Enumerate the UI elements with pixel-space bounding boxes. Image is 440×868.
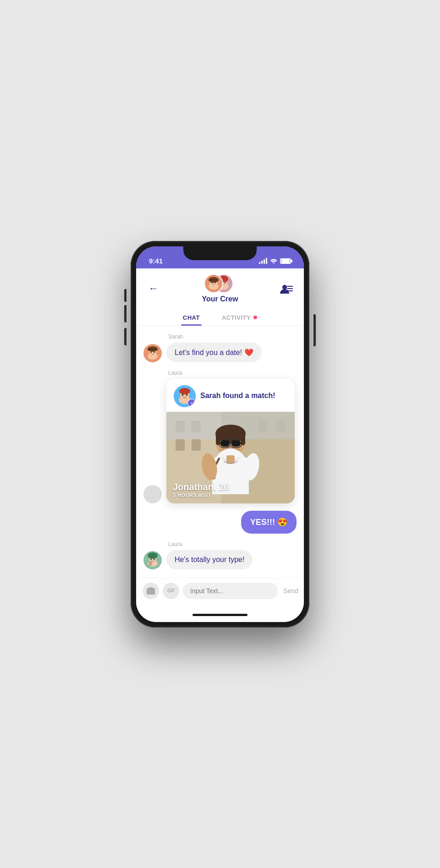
match-time: 3 HOURS AGO: [173, 492, 229, 498]
svg-point-2: [209, 283, 219, 289]
chat-area[interactable]: Sarah: [136, 326, 304, 578]
message-row-laura-text: He's totally your type!: [143, 550, 297, 569]
svg-point-59: [150, 558, 152, 560]
crew-title: Your Crew: [202, 295, 238, 303]
send-button[interactable]: Send: [281, 587, 300, 595]
home-bar: [192, 614, 248, 616]
svg-point-19: [148, 353, 158, 360]
message-bubble-own: YES!!! 😍: [241, 511, 297, 534]
header-top: ←: [145, 274, 295, 303]
header: ←: [136, 268, 304, 326]
match-check-icon: ✓: [187, 399, 196, 407]
home-indicator: [136, 608, 304, 622]
phone-frame: 9:41: [131, 241, 309, 628]
sender-label-sarah: Sarah: [168, 333, 297, 340]
camera-button[interactable]: [143, 583, 159, 599]
svg-rect-45: [220, 440, 230, 447]
svg-rect-54: [226, 455, 235, 464]
message-bubble-laura-text: He's totally your type!: [166, 550, 253, 569]
volume-down-button: [124, 328, 126, 345]
svg-point-58: [148, 552, 158, 559]
tab-activity[interactable]: ACTIVITY: [220, 311, 259, 326]
avatar-laura-chat2: [143, 551, 162, 569]
avatar-sarah: [205, 275, 222, 292]
header-center: Your Crew: [202, 274, 238, 303]
sender-label-laura: Laura: [168, 370, 297, 376]
svg-point-28: [182, 394, 184, 396]
svg-point-13: [282, 285, 287, 289]
svg-point-27: [179, 388, 190, 394]
match-card-header: ✓ Sarah found a match!: [166, 379, 295, 412]
text-input[interactable]: [183, 583, 278, 599]
back-arrow-icon: ←: [148, 283, 159, 295]
contacts-button[interactable]: [278, 280, 295, 297]
phone-screen: 9:41: [136, 246, 304, 622]
match-card-title: Sarah found a match!: [200, 391, 275, 401]
svg-rect-46: [231, 440, 241, 447]
tabs: CHAT ACTIVITY: [145, 307, 295, 326]
message-group-laura-text: Laura: [143, 541, 297, 569]
svg-rect-4: [209, 279, 219, 281]
match-card[interactable]: ✓ Sarah found a match!: [166, 379, 295, 503]
svg-point-12: [225, 282, 226, 283]
match-photo: Jonathan, 26 3 HOURS AGO: [166, 412, 295, 503]
input-bar: GIF Send: [136, 578, 304, 608]
message-group-own: YES!!! 😍: [143, 511, 297, 534]
svg-point-5: [211, 282, 213, 283]
svg-point-60: [154, 558, 155, 560]
activity-notification-dot: [253, 316, 257, 319]
crew-avatar-1: [204, 274, 223, 293]
sender-label-laura2: Laura: [168, 541, 297, 547]
message-group-laura-match: Laura: [143, 370, 297, 503]
svg-rect-35: [176, 439, 185, 451]
mute-button: [124, 289, 126, 302]
signal-icon: [259, 258, 267, 264]
notch: [183, 246, 257, 260]
gif-button[interactable]: GIF: [163, 583, 179, 599]
message-bubble-sarah: Let's find you a date! ❤️: [166, 343, 262, 362]
match-person-name: Jonathan, 26: [173, 482, 229, 492]
svg-point-6: [214, 282, 216, 283]
svg-rect-36: [192, 439, 201, 451]
avatar-sarah-chat: [143, 344, 162, 362]
message-row-sarah: Let's find you a date! ❤️: [143, 343, 297, 362]
match-avatar-sarah: ✓: [174, 385, 196, 407]
status-icons: [259, 257, 291, 265]
svg-rect-61: [149, 561, 152, 566]
svg-point-29: [186, 394, 188, 396]
battery-icon: [280, 258, 291, 264]
message-row-laura-match: ✓ Sarah found a match!: [143, 379, 297, 503]
svg-point-22: [150, 351, 152, 353]
crew-avatars: [204, 274, 236, 293]
tab-chat[interactable]: CHAT: [181, 311, 202, 326]
volume-up-button: [124, 305, 126, 322]
message-group-sarah: Sarah: [143, 333, 297, 362]
svg-point-23: [154, 351, 155, 353]
gif-label: GIF: [167, 588, 175, 593]
svg-rect-21: [148, 348, 158, 350]
status-time: 9:41: [149, 257, 163, 265]
avatar-laura-chat: [143, 485, 162, 503]
power-button: [314, 314, 316, 346]
wifi-icon: [270, 257, 277, 265]
match-photo-info: Jonathan, 26 3 HOURS AGO: [166, 476, 235, 503]
back-button[interactable]: ←: [145, 280, 162, 297]
